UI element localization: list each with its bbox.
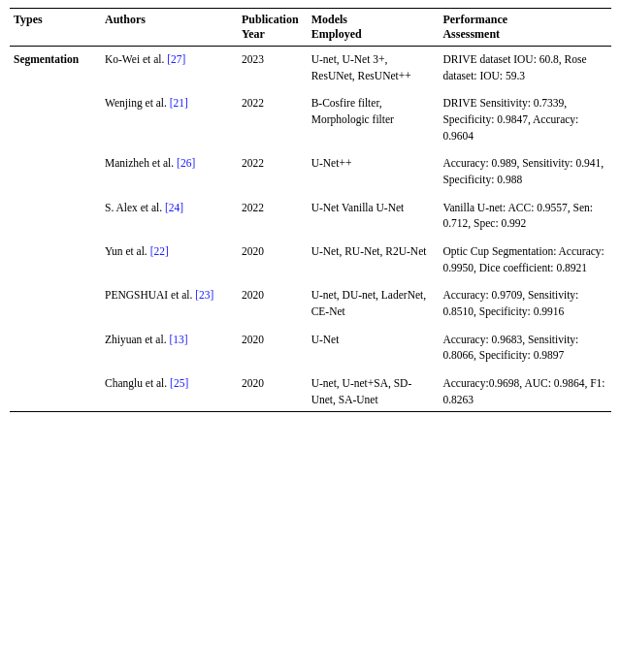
table-row: Manizheh et al. [26]2022U-Net++Accuracy:… [10,147,611,191]
cell-type [10,279,101,323]
cell-year: 2020 [238,324,308,368]
cell-year: 2020 [238,279,308,323]
main-table: Types Authors PublicationYear ModelsEmpl… [10,8,611,412]
cell-performance: Accuracy: 0.989, Sensitivity: 0.941, Spe… [439,147,611,191]
cell-models: U-Net++ [308,147,440,191]
col-header-year: PublicationYear [238,9,308,47]
cell-author: Zhiyuan et al. [13] [101,324,238,368]
table-row: SegmentationKo-Wei et al. [27]2023U-net,… [10,47,611,88]
table-row: Yun et al. [22]2020U-Net, RU-Net, R2U-Ne… [10,236,611,279]
cell-performance: Accuracy: 0.9709, Sensitivity: 0.8510, S… [439,279,611,323]
col-header-types: Types [10,9,101,47]
cell-author: Manizheh et al. [26] [101,147,238,191]
cell-type [10,147,101,191]
col-header-authors: Authors [101,9,238,47]
cell-year: 2020 [238,236,308,279]
table-row: S. Alex et al. [24]2022U-Net Vanilla U-N… [10,192,611,236]
cell-models: B-Cosfire filter, Morphologic filter [308,87,440,147]
cell-type: Segmentation [10,47,101,88]
cell-year: 2022 [238,147,308,191]
cell-type [10,368,101,412]
cell-performance: DRIVE Sensitivity: 0.7339, Specificity: … [439,87,611,147]
cell-type [10,192,101,236]
cell-models: U-Net Vanilla U-Net [308,192,440,236]
cell-year: 2022 [238,87,308,147]
cell-models: U-Net [308,324,440,368]
cell-performance: DRIVE dataset IOU: 60.8, Rose dataset: I… [439,47,611,88]
cell-year: 2022 [238,192,308,236]
table-row: Changlu et al. [25]2020U-net, U-net+SA, … [10,368,611,412]
cell-models: U-Net, RU-Net, R2U-Net [308,236,440,279]
cell-author: Changlu et al. [25] [101,368,238,412]
cell-author: Wenjing et al. [21] [101,87,238,147]
table-row: Wenjing et al. [21]2022B-Cosfire filter,… [10,87,611,147]
cell-performance: Vanilla U-net: ACC: 0.9557, Sen: 0.712, … [439,192,611,236]
table-row: Zhiyuan et al. [13]2020U-NetAccuracy: 0.… [10,324,611,368]
col-header-performance: PerformanceAssessment [439,9,611,47]
cell-author: Ko-Wei et al. [27] [101,47,238,88]
cell-author: PENGSHUAI et al. [23] [101,279,238,323]
cell-models: U-net, U-net+SA, SD-Unet, SA-Unet [308,368,440,412]
cell-performance: Accuracy:0.9698, AUC: 0.9864, F1: 0.8263 [439,368,611,412]
col-header-models: ModelsEmployed [308,9,440,47]
cell-year: 2023 [238,47,308,88]
cell-performance: Accuracy: 0.9683, Sensitivity: 0.8066, S… [439,324,611,368]
cell-models: U-net, U-Net 3+, ResUNet, ResUNet++ [308,47,440,88]
cell-type [10,324,101,368]
cell-year: 2020 [238,368,308,412]
cell-author: Yun et al. [22] [101,236,238,279]
cell-author: S. Alex et al. [24] [101,192,238,236]
cell-performance: Optic Cup Segmentation: Accuracy: 0.9950… [439,236,611,279]
cell-type [10,87,101,147]
cell-models: U-net, DU-net, LaderNet, CE-Net [308,279,440,323]
cell-type [10,236,101,279]
table-row: PENGSHUAI et al. [23]2020U-net, DU-net, … [10,279,611,323]
